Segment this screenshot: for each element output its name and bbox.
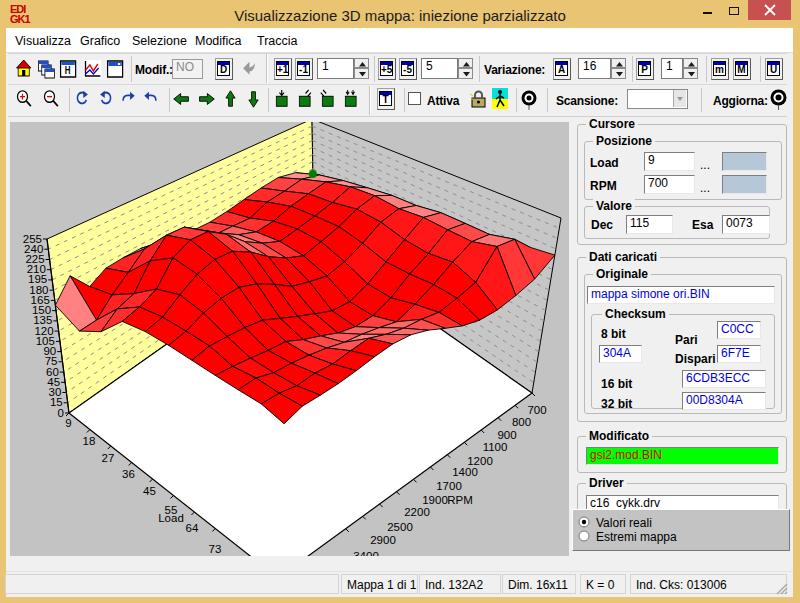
svg-text:RPM: RPM xyxy=(447,494,473,506)
svg-text:2900: 2900 xyxy=(370,534,396,546)
svg-text:27: 27 xyxy=(102,452,115,464)
svg-text:9: 9 xyxy=(65,417,71,429)
svg-text:1400: 1400 xyxy=(452,466,478,478)
svg-text:64: 64 xyxy=(186,522,199,534)
svg-text:255: 255 xyxy=(23,233,42,245)
svg-text:700: 700 xyxy=(527,404,546,416)
svg-text:1100: 1100 xyxy=(483,441,508,453)
svg-text:2200: 2200 xyxy=(404,506,430,518)
svg-text:15: 15 xyxy=(50,396,63,408)
svg-text:1700: 1700 xyxy=(436,480,462,492)
svg-text:36: 36 xyxy=(122,468,135,480)
svg-text:73: 73 xyxy=(209,543,222,555)
svg-text:Load: Load xyxy=(158,512,184,524)
svg-text:135: 135 xyxy=(33,314,52,326)
svg-text:105: 105 xyxy=(36,335,55,347)
svg-text:800: 800 xyxy=(512,416,531,428)
svg-text:180: 180 xyxy=(29,284,48,296)
svg-text:240: 240 xyxy=(24,243,43,255)
svg-text:2500: 2500 xyxy=(387,521,413,533)
svg-text:1900: 1900 xyxy=(422,494,448,506)
svg-text:225: 225 xyxy=(25,253,44,265)
svg-text:60: 60 xyxy=(46,366,59,378)
svg-text:45: 45 xyxy=(143,485,156,497)
svg-text:3400: 3400 xyxy=(353,550,379,556)
svg-text:210: 210 xyxy=(27,263,46,275)
svg-text:18: 18 xyxy=(83,435,96,447)
svg-text:900: 900 xyxy=(497,429,516,441)
svg-text:H: H xyxy=(65,65,71,76)
